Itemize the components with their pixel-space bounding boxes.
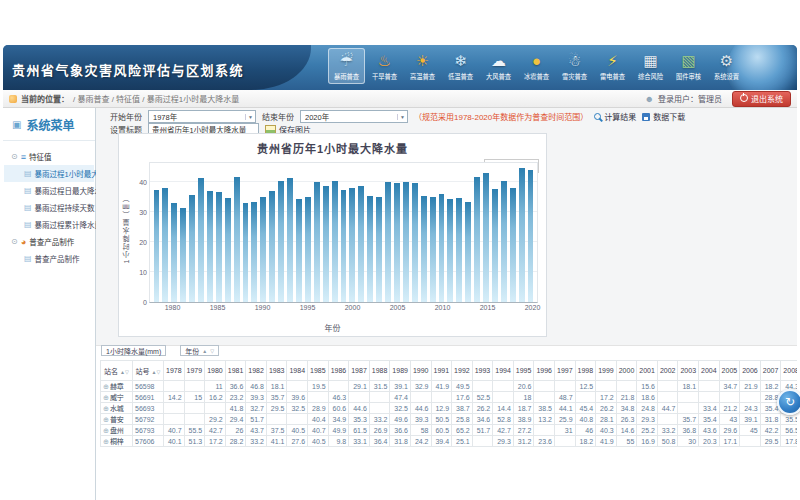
nav-item-1[interactable]: ☔暴雨普查	[328, 48, 365, 84]
value-56792-1985: 40.4	[308, 414, 329, 425]
col-header-station-name[interactable]: 站名 ▲▽	[101, 361, 133, 381]
expand-icon[interactable]: ⊕	[103, 383, 109, 390]
tree-group-1[interactable]: ⊙≡特征值	[4, 148, 94, 165]
floating-assistant-button[interactable]: ↻	[777, 389, 800, 415]
expand-icon[interactable]: ⊕	[103, 405, 109, 412]
year-sort-chip[interactable]: 年份 ▲ ▽	[180, 345, 219, 356]
tree-item[interactable]: ▤暴雨过程持续天数	[4, 199, 94, 216]
value-57606-1989: 31.8	[390, 436, 411, 447]
col-header-year-1991[interactable]: 1991	[431, 361, 452, 381]
end-year-select[interactable]: 2020年 ▼	[300, 110, 408, 123]
value-56691-2003	[678, 392, 699, 403]
station-name[interactable]: ⊕普安	[101, 414, 133, 425]
collapse-icon[interactable]: ⊙	[11, 152, 18, 161]
col-header-year-2006[interactable]: 2006	[740, 361, 761, 381]
value-56691-1990	[410, 392, 431, 403]
col-header-year-2001[interactable]: 2001	[637, 361, 658, 381]
col-header-year-1988[interactable]: 1988	[369, 361, 390, 381]
chart-section: 开始年份 1978年 ▼ 结束年份 2020年 ▼ （规范采用1978-2020…	[96, 108, 797, 346]
tree-item[interactable]: ▤暴雨过程1小时最大降水量	[4, 165, 94, 182]
sort-desc-icon[interactable]: ▽	[210, 348, 214, 354]
tree-group-2[interactable]: ⊙◕普查产品制作	[4, 233, 94, 250]
col-header-year-1993[interactable]: 1993	[472, 361, 493, 381]
col-header-year-1997[interactable]: 1997	[554, 361, 575, 381]
tree-item[interactable]: ▤暴雨过程累计降水量	[4, 216, 94, 233]
col-header-year-2008[interactable]: 2008	[781, 361, 797, 381]
nav-item-9[interactable]: ▦综合风险	[632, 48, 669, 84]
value-56693-1985: 28.9	[308, 403, 329, 414]
sort-desc-icon[interactable]: ▽	[157, 369, 161, 375]
col-header-year-2004[interactable]: 2004	[699, 361, 720, 381]
list-icon: ≡	[21, 152, 26, 162]
col-header-year-2000[interactable]: 2000	[616, 361, 637, 381]
value-56792-2001: 29.3	[637, 414, 658, 425]
data-download-link[interactable]: 数据下载	[642, 111, 685, 122]
nav-item-5[interactable]: ☁大风普查	[480, 48, 517, 84]
col-header-year-2002[interactable]: 2002	[657, 361, 678, 381]
station-name[interactable]: ⊕盘州	[101, 425, 133, 436]
value-56792-1999: 28.1	[596, 414, 617, 425]
col-header-year-1990[interactable]: 1990	[410, 361, 431, 381]
value-56793-1979: 55.5	[184, 425, 205, 436]
chevron-down-icon: ▼	[397, 114, 405, 120]
value-56693-1995: 18.7	[513, 403, 534, 414]
value-56693-1997: 44.1	[554, 403, 575, 414]
bar-1979	[162, 188, 168, 302]
nav-item-2[interactable]: ♨干旱普查	[366, 48, 403, 84]
nav-item-8[interactable]: ⚡雷电普查	[594, 48, 631, 84]
col-header-year-1998[interactable]: 1998	[575, 361, 596, 381]
col-header-year-1986[interactable]: 1986	[328, 361, 349, 381]
bar-1983	[198, 178, 204, 302]
expand-icon[interactable]: ⊕	[103, 394, 109, 401]
col-header-year-1981[interactable]: 1981	[225, 361, 246, 381]
col-header-year-1992[interactable]: 1992	[452, 361, 473, 381]
col-header-year-2005[interactable]: 2005	[719, 361, 740, 381]
col-header-year-1983[interactable]: 1983	[266, 361, 287, 381]
sort-asc-icon[interactable]: ▲	[202, 348, 207, 354]
col-header-year-1978[interactable]: 1978	[164, 361, 185, 381]
col-header-year-1979[interactable]: 1979	[184, 361, 205, 381]
col-header-station-id[interactable]: 站号 ▲▽	[133, 361, 164, 381]
nav-item-11[interactable]: ⚙系统设置	[708, 48, 745, 84]
col-header-year-1984[interactable]: 1984	[287, 361, 308, 381]
col-header-year-1995[interactable]: 1995	[513, 361, 534, 381]
expand-icon[interactable]: ⊕	[103, 438, 109, 445]
col-header-year-2003[interactable]: 2003	[678, 361, 699, 381]
nav-item-10[interactable]: ▧图件审核	[670, 48, 707, 84]
value-56792-2002	[657, 414, 678, 425]
value-56691-1982: 39.3	[246, 392, 267, 403]
nav-item-7[interactable]: ☃雪灾普查	[556, 48, 593, 84]
tree-item[interactable]: ▤普查产品制作	[4, 250, 94, 267]
station-name[interactable]: ⊕威宁	[101, 392, 133, 403]
col-header-year-1994[interactable]: 1994	[493, 361, 514, 381]
col-header-year-1999[interactable]: 1999	[596, 361, 617, 381]
bar-1996	[314, 182, 320, 302]
col-header-year-1982[interactable]: 1982	[246, 361, 267, 381]
col-header-year-2007[interactable]: 2007	[760, 361, 781, 381]
value-56598-1995: 20.6	[513, 381, 534, 392]
station-name[interactable]: ⊕水城	[101, 403, 133, 414]
sort-desc-icon[interactable]: ▽	[125, 369, 129, 375]
col-header-year-1989[interactable]: 1989	[390, 361, 411, 381]
nav-item-4[interactable]: ❄低温普查	[442, 48, 479, 84]
measure-chip[interactable]: 1小时降水量(mm)	[101, 345, 166, 356]
value-57606-2001: 16.9	[637, 436, 658, 447]
nav-item-3[interactable]: ☀高温普查	[404, 48, 441, 84]
col-header-year-1980[interactable]: 1980	[205, 361, 226, 381]
station-name[interactable]: ⊕桐梓	[101, 436, 133, 447]
logout-button[interactable]: 退出系统	[732, 91, 791, 107]
nav-item-6[interactable]: ●冰雹普查	[518, 48, 555, 84]
calc-result-link[interactable]: 计算结果	[594, 111, 636, 122]
settings-icon: ⚙	[708, 50, 745, 71]
start-year-select[interactable]: 1978年 ▼	[148, 110, 256, 123]
station-name[interactable]: ⊕赫章	[101, 381, 133, 392]
value-56598-1978	[164, 381, 185, 392]
data-download-label: 数据下载	[653, 111, 685, 122]
col-header-year-1985[interactable]: 1985	[308, 361, 329, 381]
col-header-year-1996[interactable]: 1996	[534, 361, 555, 381]
expand-icon[interactable]: ⊕	[103, 427, 109, 434]
col-header-year-1987[interactable]: 1987	[349, 361, 370, 381]
collapse-icon[interactable]: ⊙	[11, 237, 18, 246]
expand-icon[interactable]: ⊕	[103, 416, 109, 423]
tree-item[interactable]: ▤暴雨过程日最大降水量	[4, 182, 94, 199]
